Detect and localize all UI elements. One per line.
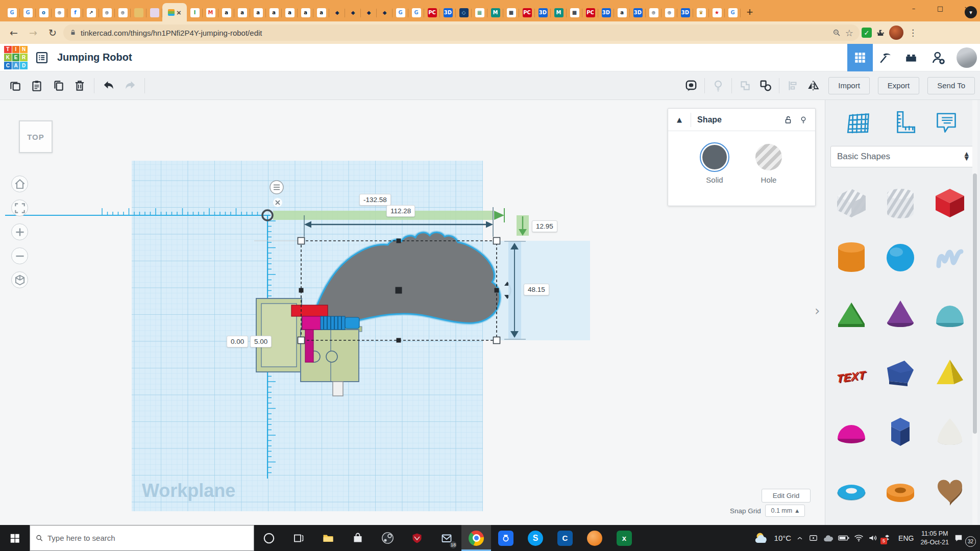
taskbar-excel[interactable]: x <box>609 525 639 551</box>
tab-threed-site[interactable]: 3D <box>535 4 551 21</box>
shape-cylinder[interactable] <box>833 239 870 276</box>
taskbar-browser-orange[interactable] <box>580 525 609 551</box>
export-button[interactable]: Export <box>878 77 919 94</box>
forward-button[interactable]: → <box>24 24 42 41</box>
duplicate-icon[interactable] <box>51 79 65 93</box>
tab-threed-site[interactable]: 3D <box>630 4 646 21</box>
zoom-out-button[interactable] <box>11 247 28 264</box>
tab-amazon[interactable]: a <box>218 4 234 21</box>
tab-amazon[interactable]: a <box>250 4 266 21</box>
tab-amazon[interactable]: a <box>234 4 250 21</box>
action-center-icon[interactable]: 32 <box>953 525 977 551</box>
tab-threed-site[interactable]: 3D <box>677 4 693 21</box>
tab-gmail[interactable]: M <box>203 4 218 21</box>
taskbar-store[interactable] <box>343 525 373 551</box>
taskbar-search[interactable] <box>30 525 254 551</box>
import-button[interactable]: Import <box>828 77 870 94</box>
url-field[interactable]: tinkercad.com/things/hn1PNfi2P4Y-jumping… <box>63 24 860 41</box>
workplane-tool-icon[interactable] <box>845 109 874 138</box>
tab-diamond-deal[interactable]: ◆ <box>345 4 361 21</box>
taskbar-cortana[interactable] <box>254 525 284 551</box>
tab-threed-site[interactable]: 3D <box>440 4 456 21</box>
tab-diamond-deal[interactable]: ◆ <box>361 4 377 21</box>
tab-pcpartpicker[interactable]: PC <box>582 4 598 21</box>
snap-grid-select[interactable]: 0.1 mm▲ <box>765 505 805 517</box>
new-tab-button[interactable]: + <box>741 3 759 21</box>
edit-grid-button[interactable]: Edit Grid <box>762 489 811 503</box>
taskbar-file-explorer[interactable] <box>313 525 343 551</box>
tab-google[interactable]: G <box>393 4 408 21</box>
tab-m-tower[interactable]: M <box>551 4 567 21</box>
extension-check-icon[interactable]: ✓ <box>862 28 872 38</box>
bookmark-star-icon[interactable]: ☆ <box>845 28 853 38</box>
reload-button[interactable]: ↻ <box>44 24 61 41</box>
tab-amazon[interactable]: a <box>266 4 282 21</box>
tab-facebook[interactable]: f <box>67 4 83 21</box>
tab-amazon[interactable]: a <box>298 4 313 21</box>
taskbar-webex[interactable]: C <box>550 525 580 551</box>
tab-rocket[interactable]: ↗ <box>83 4 99 21</box>
light-bulb-icon[interactable] <box>711 79 725 93</box>
shape-sphere[interactable] <box>882 239 919 276</box>
back-button[interactable]: ← <box>5 24 22 41</box>
start-button[interactable] <box>0 525 30 551</box>
tinkercad-logo[interactable]: TINKERCAD <box>4 46 28 69</box>
shape-category-select[interactable]: Basic Shapes ▲▼ <box>830 146 975 167</box>
tab-tinkercad[interactable]: × <box>162 3 187 21</box>
shape-torus[interactable] <box>833 473 870 510</box>
tab-amazon[interactable]: a <box>614 4 630 21</box>
browser-menu-icon[interactable]: ⋮ <box>905 28 920 38</box>
workplane-icon[interactable] <box>684 79 698 93</box>
onedrive-icon[interactable] <box>823 534 834 542</box>
wifi-icon[interactable] <box>854 534 864 542</box>
dim-gap[interactable]: 12.95 <box>532 220 557 232</box>
taskbar-skype[interactable]: S <box>521 525 550 551</box>
shape-polygon[interactable] <box>882 356 919 392</box>
taskbar-steam[interactable] <box>373 525 402 551</box>
sidebar-scrollbar[interactable] <box>972 100 977 525</box>
collaborate-icon[interactable] <box>924 44 952 71</box>
tab-webpage[interactable]: ⊕ <box>99 4 115 21</box>
hole-option[interactable]: Hole <box>754 142 783 184</box>
shape-text[interactable]: TEXTTEXT <box>833 356 870 392</box>
ruler-close-icon[interactable] <box>273 198 282 207</box>
group-icon[interactable] <box>738 79 752 93</box>
send-to-button[interactable]: Send To <box>927 77 975 94</box>
tab-green-frame[interactable]: ▦ <box>472 4 487 21</box>
tab-amazon[interactable]: a <box>313 4 329 21</box>
delete-icon[interactable] <box>72 79 87 93</box>
battery-icon[interactable] <box>838 534 849 542</box>
lego-export-icon[interactable] <box>898 44 924 71</box>
tab-image-tab[interactable] <box>131 4 146 21</box>
tab-cube-site[interactable]: ■ <box>503 4 519 21</box>
shape-tube[interactable] <box>882 473 919 510</box>
tab-google[interactable]: G <box>725 4 741 21</box>
shape-roof[interactable] <box>833 296 870 333</box>
temperature[interactable]: 10°C <box>774 534 792 542</box>
dim-width[interactable]: 112.28 <box>386 205 415 217</box>
tab-webpage[interactable]: ⊕ <box>662 4 677 21</box>
minecraft-export-icon[interactable] <box>873 44 898 71</box>
tab-google-translate[interactable]: G <box>4 4 20 21</box>
dim-pos-b[interactable]: 5.00 <box>250 336 272 347</box>
shape-cone[interactable] <box>882 296 919 333</box>
panel-collapse-icon[interactable]: ▲ <box>668 116 691 123</box>
tab-diamond-deal[interactable]: ◆ <box>377 4 393 21</box>
dim-ruler-x[interactable]: -132.58 <box>359 194 391 206</box>
tab-webpage[interactable]: ⊕ <box>52 4 67 21</box>
volume-icon[interactable] <box>868 534 878 542</box>
dropbox-icon[interactable]: 5 <box>883 534 892 543</box>
shape-box-hole[interactable] <box>833 186 870 222</box>
tab-pcpartpicker[interactable]: PC <box>424 4 440 21</box>
browser-profile-avatar[interactable] <box>889 26 903 40</box>
paste-icon[interactable] <box>30 79 44 93</box>
taskbar-msi-center[interactable] <box>402 525 432 551</box>
zoom-icon[interactable] <box>832 28 841 37</box>
tab-webpage[interactable]: ⊕ <box>115 4 131 21</box>
url-text[interactable]: tinkercad.com/things/hn1PNfi2P4Y-jumping… <box>81 29 828 37</box>
tab-eagle-crest[interactable]: ♛ <box>693 4 709 21</box>
notes-tool-icon[interactable] <box>932 109 961 138</box>
copy-icon[interactable] <box>8 79 22 93</box>
design-properties-icon[interactable] <box>35 51 49 65</box>
blocks-view-button[interactable] <box>847 44 873 71</box>
